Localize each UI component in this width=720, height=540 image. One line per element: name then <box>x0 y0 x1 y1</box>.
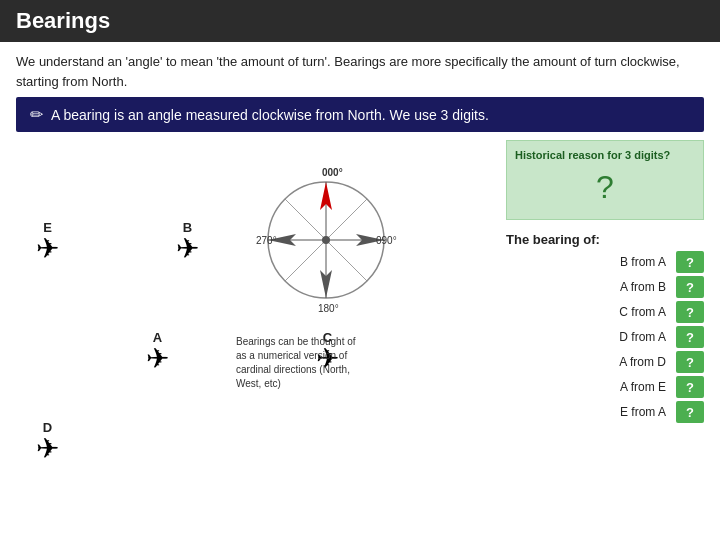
bearing-row: C from A? <box>506 301 704 323</box>
svg-point-9 <box>322 236 330 244</box>
plane-D: D ✈ <box>36 420 59 463</box>
bearing-row-label: E from A <box>506 405 672 419</box>
bearing-row: B from A? <box>506 251 704 273</box>
bearing-row-value: ? <box>676 401 704 423</box>
plane-icon-E: ✈ <box>36 235 59 263</box>
pencil-icon: ✏ <box>30 105 43 124</box>
historical-box: Historical reason for 3 digits? ? <box>506 140 704 220</box>
bearing-title: The bearing of: <box>506 232 704 247</box>
bearing-row-label: A from E <box>506 380 672 394</box>
bearing-section: The bearing of: B from A?A from B?C from… <box>506 232 704 426</box>
plane-E: E ✈ <box>36 220 59 263</box>
note-text: Bearings can be thought of as a numerica… <box>236 336 356 389</box>
bearing-row-value: ? <box>676 376 704 398</box>
compass-container: 000° 090° 180° 270° <box>246 160 406 320</box>
main-content: E ✈ B ✈ A ✈ C ✈ D ✈ <box>0 140 720 450</box>
bearing-row-value: ? <box>676 326 704 348</box>
plane-icon-A: ✈ <box>146 345 169 373</box>
bearing-row-value: ? <box>676 251 704 273</box>
planes-container: E ✈ B ✈ A ✈ C ✈ D ✈ <box>16 140 496 450</box>
bearing-row: E from A? <box>506 401 704 423</box>
bearing-row: D from A? <box>506 326 704 348</box>
highlight-text: A bearing is an angle measured clockwise… <box>51 107 489 123</box>
plane-icon-B: ✈ <box>176 235 199 263</box>
bearing-row-label: D from A <box>506 330 672 344</box>
highlight-bar: ✏ A bearing is an angle measured clockwi… <box>16 97 704 132</box>
bearing-row-label: C from A <box>506 305 672 319</box>
svg-text:180°: 180° <box>318 303 339 314</box>
svg-text:270°: 270° <box>256 235 277 246</box>
plane-A: A ✈ <box>146 330 169 373</box>
bearing-row: A from B? <box>506 276 704 298</box>
page-title: Bearings <box>16 8 110 33</box>
plane-B: B ✈ <box>176 220 199 263</box>
bearing-row: A from E? <box>506 376 704 398</box>
bearing-row-value: ? <box>676 276 704 298</box>
bearing-row-label: B from A <box>506 255 672 269</box>
note-box: Bearings can be thought of as a numerica… <box>236 335 366 391</box>
bearing-row-value: ? <box>676 301 704 323</box>
right-section: Historical reason for 3 digits? ? The be… <box>506 140 704 450</box>
compass-svg: 000° 090° 180° 270° <box>246 160 406 320</box>
plane-icon-D: ✈ <box>36 435 59 463</box>
svg-text:000°: 000° <box>322 167 343 178</box>
bearing-row-label: A from B <box>506 280 672 294</box>
svg-text:090°: 090° <box>376 235 397 246</box>
bearing-row-label: A from D <box>506 355 672 369</box>
historical-value: ? <box>515 169 695 206</box>
intro-text: We understand an 'angle' to mean 'the am… <box>0 42 720 97</box>
bearing-rows: B from A?A from B?C from A?D from A?A fr… <box>506 251 704 423</box>
left-section: E ✈ B ✈ A ✈ C ✈ D ✈ <box>16 140 496 450</box>
page-header: Bearings <box>0 0 720 42</box>
historical-title: Historical reason for 3 digits? <box>515 149 695 161</box>
bearing-row-value: ? <box>676 351 704 373</box>
bearing-row: A from D? <box>506 351 704 373</box>
